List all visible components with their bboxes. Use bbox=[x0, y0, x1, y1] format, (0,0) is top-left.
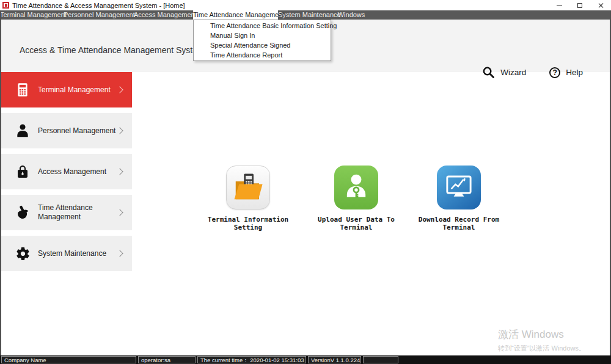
status-version: VersionV 1.1.0.224 bbox=[308, 356, 361, 363]
hand-icon bbox=[13, 203, 32, 222]
title-bar: Time Attendance & Access Management Syst… bbox=[0, 0, 611, 10]
menu-terminal-management[interactable]: Terminal Management bbox=[0, 10, 64, 20]
chevron-right-icon bbox=[116, 127, 123, 134]
chevron-right-icon bbox=[116, 209, 123, 216]
menu-item-manual-sign-in[interactable]: Manual Sign In bbox=[194, 31, 331, 40]
time-attendance-dropdown-menu: Time Attendance Basic Information Settin… bbox=[193, 20, 331, 61]
gear-icon bbox=[13, 244, 32, 263]
status-company-name: Company Name bbox=[1, 356, 136, 363]
lock-icon bbox=[13, 162, 32, 181]
sidebar-item-label: Personnel Management bbox=[38, 126, 116, 136]
menu-access-management[interactable]: Access Management bbox=[134, 10, 193, 20]
window-title: Time Attendance & Access Management Syst… bbox=[12, 2, 185, 9]
sidebar-item-time-attendance-management[interactable]: Time Attendance Management bbox=[1, 195, 132, 230]
sidebar-item-terminal-management[interactable]: Terminal Management bbox=[1, 72, 132, 107]
menu-item-basic-information-setting[interactable]: Time Attendance Basic Information Settin… bbox=[194, 21, 331, 31]
status-bar: Company Name operator:sa The current tim… bbox=[0, 355, 611, 364]
restore-button[interactable] bbox=[569, 0, 590, 10]
menu-system-maintenance[interactable]: System Maintenance bbox=[278, 10, 336, 20]
shortcut-label: Terminal Information Setting bbox=[199, 216, 297, 231]
menu-time-attendance-management[interactable]: Time Attendance Management bbox=[193, 10, 278, 20]
status-operator: operator:sa bbox=[138, 356, 196, 363]
sidebar-item-personnel-management[interactable]: Personnel Management bbox=[1, 113, 132, 148]
windows-activation-watermark: 激活 Windows 转到“设置”以激活 Windows。 bbox=[498, 327, 585, 353]
sidebar-item-label: Time Attendance Management bbox=[38, 203, 116, 222]
chevron-right-icon bbox=[116, 250, 123, 257]
wizard-button[interactable]: Wizard bbox=[482, 66, 526, 79]
sidebar-item-system-maintenance[interactable]: System Maintenance bbox=[1, 236, 132, 271]
menu-item-time-attendance-report[interactable]: Time Attendance Report bbox=[194, 50, 331, 60]
help-button[interactable]: ? Help bbox=[549, 67, 583, 78]
help-icon: ? bbox=[549, 67, 560, 78]
minimize-button[interactable] bbox=[549, 0, 569, 10]
close-button[interactable] bbox=[590, 0, 611, 10]
page-title: Access & Time Attendance Management Syst… bbox=[20, 45, 205, 55]
sidebar-item-label: Terminal Management bbox=[38, 86, 116, 95]
shortcut-label: Download Record From Terminal bbox=[410, 216, 508, 231]
menu-bar: Terminal Management Personnel Management… bbox=[0, 10, 611, 20]
status-current-time: The current time： 2020-01-02 15:31:03 bbox=[197, 356, 306, 363]
shortcut-download-record[interactable]: Download Record From Terminal bbox=[410, 166, 508, 231]
help-label: Help bbox=[566, 68, 583, 77]
chevron-right-icon bbox=[116, 86, 123, 93]
menu-windows[interactable]: Windows bbox=[336, 10, 367, 20]
shortcut-label: Upload User Data To Terminal bbox=[307, 216, 405, 231]
shortcut-upload-user-data[interactable]: Upload User Data To Terminal bbox=[307, 166, 405, 231]
user-key-icon bbox=[334, 166, 378, 209]
shortcut-terminal-information-setting[interactable]: Terminal Information Setting bbox=[199, 166, 297, 231]
restore-icon bbox=[577, 3, 582, 8]
chevron-right-icon bbox=[116, 168, 123, 175]
status-empty-segment bbox=[363, 356, 398, 363]
sidebar-item-label: System Maintenance bbox=[38, 249, 116, 258]
monitor-chart-icon bbox=[437, 166, 481, 209]
menu-item-special-attendance-signed[interactable]: Special Attendance Signed bbox=[194, 40, 331, 50]
search-icon bbox=[482, 66, 495, 79]
folder-terminal-icon bbox=[226, 166, 270, 209]
sidebar-item-access-management[interactable]: Access Management bbox=[1, 154, 132, 189]
app-logo-icon bbox=[2, 2, 9, 9]
sidebar-item-label: Access Management bbox=[38, 167, 116, 177]
watermark-line2: 转到“设置”以激活 Windows。 bbox=[498, 344, 585, 353]
person-icon bbox=[13, 122, 32, 140]
close-icon bbox=[598, 2, 604, 9]
terminal-icon bbox=[13, 81, 32, 99]
wizard-label: Wizard bbox=[500, 68, 526, 77]
menu-personnel-management[interactable]: Personnel Management bbox=[64, 10, 134, 20]
watermark-line1: 激活 Windows bbox=[498, 327, 585, 341]
minimize-icon bbox=[557, 5, 562, 5]
